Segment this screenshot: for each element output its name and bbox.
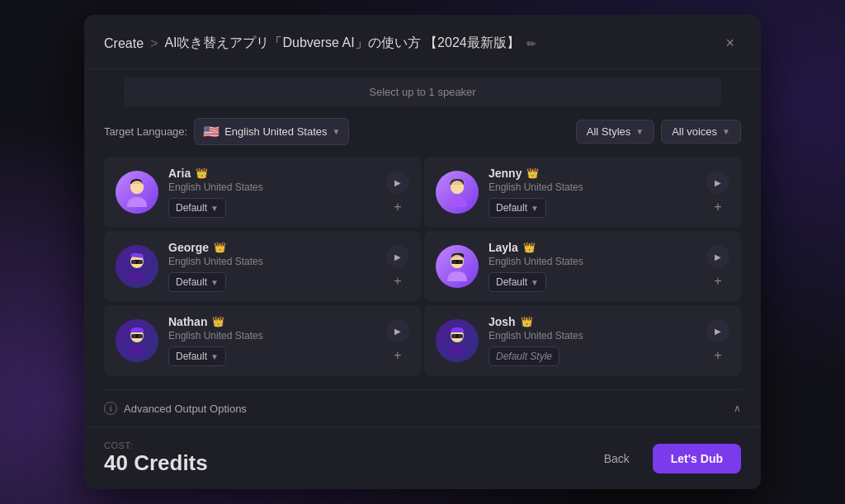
add-button-george[interactable]: + <box>394 275 401 288</box>
card-actions-layla: ▶ + <box>706 245 729 288</box>
speaker-name-layla: Layla 👑 <box>489 241 696 254</box>
svg-rect-11 <box>451 260 456 264</box>
speaker-lang-jenny: English United States <box>489 181 696 193</box>
style-select-layla[interactable]: Default ▼ <box>489 272 546 292</box>
speaker-info-layla: Layla 👑 English United States Default ▼ <box>489 241 696 292</box>
speaker-name-aria: Aria 👑 <box>168 167 376 180</box>
back-button[interactable]: Back <box>591 444 643 473</box>
speaker-info-jenny: Jenny 👑 English United States Default ▼ <box>489 167 696 218</box>
card-actions-aria: ▶ + <box>386 171 409 214</box>
chevron-down-icon: ▼ <box>531 278 539 287</box>
speaker-info-george: George 👑 English United States Default ▼ <box>168 241 376 292</box>
style-select-jenny[interactable]: Default ▼ <box>489 198 546 218</box>
speaker-info-nathan: Nathan 👑 English United States Default ▼ <box>168 315 376 366</box>
speaker-lang-layla: English United States <box>489 256 696 267</box>
speaker-card-george: George 👑 English United States Default ▼… <box>104 231 421 302</box>
advanced-label: i Advanced Output Options <box>104 402 247 415</box>
speaker-info-josh: Josh 👑 English United States Default Sty… <box>489 315 696 366</box>
add-button-nathan[interactable]: + <box>394 349 401 362</box>
speaker-lang-george: English United States <box>168 256 376 267</box>
all-voices-filter[interactable]: All voices ▼ <box>661 120 741 144</box>
card-actions-josh: ▶ + <box>706 319 729 362</box>
svg-rect-19 <box>451 334 456 338</box>
language-select[interactable]: 🇺🇸 English United States ▼ <box>194 118 349 145</box>
breadcrumb-separator: > <box>150 36 158 51</box>
avatar-jenny <box>436 171 479 214</box>
cost-label: COST: <box>104 440 208 450</box>
svg-rect-15 <box>131 334 136 338</box>
svg-rect-12 <box>458 260 463 264</box>
play-button-nathan[interactable]: ▶ <box>386 319 409 342</box>
chevron-down-icon: ▼ <box>635 127 644 136</box>
chevron-down-icon: ▼ <box>531 204 539 213</box>
style-select-nathan[interactable]: Default ▼ <box>168 346 226 366</box>
style-select-aria[interactable]: Default ▼ <box>168 198 226 218</box>
play-button-layla[interactable]: ▶ <box>706 245 729 268</box>
add-button-josh[interactable]: + <box>714 349 721 362</box>
speaker-limit-label: Select up to 1 speaker <box>124 78 721 106</box>
speaker-card-layla: Layla 👑 English United States Default ▼ … <box>424 231 741 302</box>
svg-rect-7 <box>138 260 143 264</box>
crown-icon: 👑 <box>214 242 226 253</box>
add-button-jenny[interactable]: + <box>714 200 721 214</box>
svg-rect-16 <box>138 334 143 338</box>
play-button-george[interactable]: ▶ <box>386 245 409 268</box>
flag-icon: 🇺🇸 <box>203 124 220 139</box>
svg-rect-20 <box>458 334 463 338</box>
page-title: AI吹き替えアプリ「Dubverse AI」の使い方 【2024最新版】 <box>164 35 519 52</box>
all-styles-label: All Styles <box>587 125 630 138</box>
add-button-aria[interactable]: + <box>394 200 401 214</box>
avatar-george <box>116 245 158 288</box>
add-button-layla[interactable]: + <box>714 275 721 288</box>
avatar-aria <box>116 171 158 214</box>
crown-icon: 👑 <box>212 316 224 327</box>
close-button[interactable]: × <box>719 31 741 55</box>
speakers-grid: Aria 👑 English United States Default ▼ ▶… <box>84 157 761 389</box>
chevron-down-icon: ▼ <box>210 352 219 361</box>
chevron-down-icon: ▼ <box>333 127 341 136</box>
target-language-label: Target Language: <box>104 125 187 138</box>
target-language-row: Target Language: 🇺🇸 English United State… <box>104 118 349 145</box>
speaker-lang-nathan: English United States <box>168 330 376 341</box>
chevron-down-icon: ▼ <box>210 278 219 287</box>
modal-header: Create > AI吹き替えアプリ「Dubverse AI」の使い方 【202… <box>84 15 761 69</box>
svg-point-1 <box>130 181 144 194</box>
play-button-josh[interactable]: ▶ <box>706 319 729 342</box>
speaker-name-josh: Josh 👑 <box>489 315 696 328</box>
advanced-options-row[interactable]: i Advanced Output Options ∧ <box>104 402 741 415</box>
modal-footer: COST: 40 Credits Back Let's Dub <box>84 426 761 489</box>
breadcrumb-create: Create <box>104 36 144 51</box>
footer-buttons: Back Let's Dub <box>591 444 741 473</box>
speaker-card-aria: Aria 👑 English United States Default ▼ ▶… <box>104 157 421 228</box>
card-actions-jenny: ▶ + <box>706 171 729 214</box>
dub-button[interactable]: Let's Dub <box>653 444 741 473</box>
card-actions-george: ▶ + <box>386 245 409 288</box>
avatar-nathan <box>116 319 158 362</box>
all-voices-label: All voices <box>672 125 717 138</box>
avatar-layla <box>436 245 479 288</box>
card-actions-nathan: ▶ + <box>386 319 409 362</box>
crown-icon: 👑 <box>526 167 539 179</box>
speaker-name-jenny: Jenny 👑 <box>489 167 696 180</box>
info-icon: i <box>104 402 117 415</box>
edit-icon[interactable]: ✏ <box>526 37 536 50</box>
speaker-name-george: George 👑 <box>168 241 376 254</box>
speaker-lang-aria: English United States <box>168 181 376 193</box>
crown-icon: 👑 <box>523 242 536 253</box>
speaker-info-aria: Aria 👑 English United States Default ▼ <box>168 167 376 218</box>
controls-row: Target Language: 🇺🇸 English United State… <box>84 106 761 157</box>
chevron-down-icon: ▼ <box>722 127 730 136</box>
style-select-josh[interactable]: Default Style <box>489 346 559 366</box>
play-button-jenny[interactable]: ▶ <box>706 171 729 194</box>
speaker-card-nathan: Nathan 👑 English United States Default ▼… <box>104 305 421 376</box>
chevron-up-icon: ∧ <box>734 403 741 414</box>
main-modal: Create > AI吹き替えアプリ「Dubverse AI」の使い方 【202… <box>84 15 761 489</box>
svg-rect-6 <box>131 260 136 264</box>
modal-title: Create > AI吹き替えアプリ「Dubverse AI」の使い方 【202… <box>104 35 536 52</box>
style-select-george[interactable]: Default ▼ <box>168 272 226 292</box>
all-styles-filter[interactable]: All Styles ▼ <box>576 120 654 144</box>
chevron-down-icon: ▼ <box>210 204 219 213</box>
cost-section: COST: 40 Credits <box>104 440 208 476</box>
play-button-aria[interactable]: ▶ <box>386 171 409 194</box>
avatar-josh <box>436 319 479 362</box>
